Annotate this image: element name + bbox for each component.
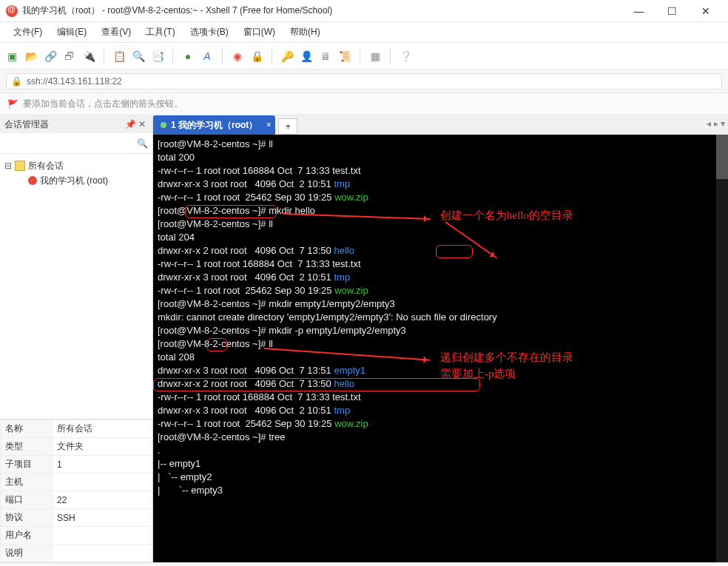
tree-session-item[interactable]: 我的学习机 (root) <box>4 173 148 188</box>
tab-active[interactable]: 1 我的学习机（root） × <box>153 115 275 135</box>
terminal-scrollbar[interactable] <box>716 135 728 562</box>
minimize-button[interactable]: — <box>622 0 655 22</box>
menu-help[interactable]: 帮助(H) <box>284 24 326 40</box>
tab-nav-icons[interactable]: ◂ ▸ ▾ <box>707 118 725 129</box>
highlight-box <box>436 245 473 258</box>
open-icon[interactable]: 📂 <box>25 50 37 62</box>
highlight-box <box>153 378 480 391</box>
tab-close-icon[interactable]: × <box>266 120 271 129</box>
menu-view[interactable]: 查看(V) <box>95 24 137 40</box>
toolbar-sep <box>104 49 104 64</box>
prop-note-label: 说明 <box>1 545 53 562</box>
sidebar-close-icon[interactable]: ✕ <box>136 118 148 130</box>
host-icon[interactable]: 🖥 <box>320 50 331 62</box>
status-dot-icon <box>161 122 166 128</box>
tree-root-label: 所有会话 <box>28 160 64 172</box>
grid-icon[interactable]: ▦ <box>369 50 381 62</box>
terminal[interactable]: [root@VM-8-2-centos ~]# ll total 200 -rw… <box>153 135 728 562</box>
maximize-button[interactable]: ☐ <box>655 0 689 22</box>
prop-note-value <box>53 545 152 562</box>
new-session-icon[interactable]: ▣ <box>6 50 18 62</box>
tree-session-label: 我的学习机 (root) <box>40 175 108 187</box>
prop-subitems-label: 子项目 <box>1 456 53 474</box>
menu-edit[interactable]: 编辑(E) <box>51 24 92 40</box>
prop-type-value: 文件夹 <box>53 438 152 456</box>
annotation-text: 递归创建多个不存在的目录 <box>440 351 573 364</box>
address-input[interactable]: 🔒 ssh://43.143.161.118:22 <box>6 73 722 90</box>
tab-bar: 1 我的学习机（root） × + ◂ ▸ ▾ <box>153 115 728 135</box>
window-title: 我的学习机（root） - root@VM-8-2-centos:~ - Xsh… <box>22 4 622 17</box>
prop-port-label: 端口 <box>1 491 53 509</box>
prop-protocol-label: 协议 <box>1 509 53 527</box>
menu-file[interactable]: 文件(F) <box>7 24 48 40</box>
address-text: ssh://43.143.161.118:22 <box>27 76 122 87</box>
prop-port-value: 22 <box>53 491 152 509</box>
toolbar-sep5 <box>360 49 360 64</box>
annotation-text: 创建一个名为hello的空目录 <box>440 209 573 222</box>
prop-type-label: 类型 <box>1 438 53 456</box>
sidebar: 会话管理器 📌 ✕ 🔍 ⊟ 所有会话 我的学习机 (root) 名称所有会话 类… <box>0 115 153 562</box>
app-icon <box>6 5 18 17</box>
search-icon[interactable]: 🔍 <box>132 50 144 62</box>
prop-name-value: 所有会话 <box>53 420 152 438</box>
menu-window[interactable]: 窗口(W) <box>237 24 281 40</box>
prop-name-label: 名称 <box>1 420 53 438</box>
folder-icon <box>15 161 25 171</box>
lock-icon[interactable]: 🔒 <box>251 50 263 62</box>
menu-tools[interactable]: 工具(T) <box>140 24 181 40</box>
toolbar: ▣ 📂 🔗 🗗 🔌 📋 🔍 📑 ● A ◉ 🔒 🔑 👤 🖥 📜 ▦ ❔ <box>0 43 728 70</box>
x-icon[interactable]: ◉ <box>232 50 243 62</box>
user-icon[interactable]: 👤 <box>300 50 312 62</box>
statusbar: ssh://43.143.161.118:22, 腾讯云云服务器 🔒 SSH2 … <box>0 562 728 566</box>
prop-host-label: 主机 <box>1 474 53 491</box>
toolbar-sep3 <box>222 49 223 64</box>
help-icon[interactable]: ❔ <box>400 50 411 62</box>
titlebar: 我的学习机（root） - root@VM-8-2-centos:~ - Xsh… <box>0 0 728 22</box>
tree-root[interactable]: ⊟ 所有会话 <box>4 158 148 173</box>
session-tree: ⊟ 所有会话 我的学习机 (root) <box>0 154 152 419</box>
notice-bar: 🚩 要添加当前会话，点击左侧的箭头按钮。 <box>0 93 728 115</box>
copy-icon[interactable]: 📋 <box>113 50 125 62</box>
prop-subitems-value: 1 <box>53 456 152 474</box>
properties-icon[interactable]: 📑 <box>152 50 164 62</box>
notice-text: 要添加当前会话，点击左侧的箭头按钮。 <box>23 98 183 110</box>
dup-icon[interactable]: 🗗 <box>64 50 75 62</box>
toolbar-sep2 <box>172 49 173 64</box>
toolbar-sep4 <box>272 49 272 64</box>
reconnect-icon[interactable]: 🔗 <box>44 50 56 62</box>
tab-index: 1 <box>171 120 176 130</box>
pin-icon[interactable]: 📌 <box>124 118 136 130</box>
toolbar-sep6 <box>390 49 391 64</box>
session-icon <box>28 176 37 185</box>
prop-user-label: 用户名 <box>1 527 53 545</box>
menubar: 文件(F) 编辑(E) 查看(V) 工具(T) 选项卡(B) 窗口(W) 帮助(… <box>0 22 728 43</box>
lock-icon: 🔒 <box>11 76 22 87</box>
tab-label: 我的学习机（root） <box>178 119 257 132</box>
content-area: 1 我的学习机（root） × + ◂ ▸ ▾ [root@VM-8-2-cen… <box>153 115 728 562</box>
search-icon: 🔍 <box>137 138 148 149</box>
sidebar-title: 会话管理器 <box>4 118 49 131</box>
menu-tabs[interactable]: 选项卡(B) <box>184 24 235 40</box>
color-icon[interactable]: ● <box>182 50 194 62</box>
highlight-box <box>185 205 277 218</box>
sidebar-search[interactable]: 🔍 <box>0 133 152 154</box>
close-button[interactable]: ✕ <box>689 0 722 22</box>
addressbar: 🔒 ssh://43.143.161.118:22 <box>0 70 728 93</box>
disconnect-icon[interactable]: 🔌 <box>83 50 95 62</box>
prop-user-value <box>53 527 152 545</box>
annotation-text: 需要加上-p选项 <box>440 367 516 380</box>
properties-panel: 名称所有会话 类型文件夹 子项目1 主机 端口22 协议SSH 用户名 说明 <box>0 419 152 562</box>
prop-protocol-value: SSH <box>53 509 152 527</box>
prop-host-value <box>53 474 152 491</box>
script-icon[interactable]: 📜 <box>339 50 351 62</box>
sidebar-header: 会话管理器 📌 ✕ <box>0 115 152 133</box>
key-icon[interactable]: 🔑 <box>281 50 293 62</box>
font-icon[interactable]: A <box>201 50 213 62</box>
flag-icon: 🚩 <box>7 99 18 110</box>
highlight-box <box>206 338 227 351</box>
tab-add-button[interactable]: + <box>278 118 297 135</box>
